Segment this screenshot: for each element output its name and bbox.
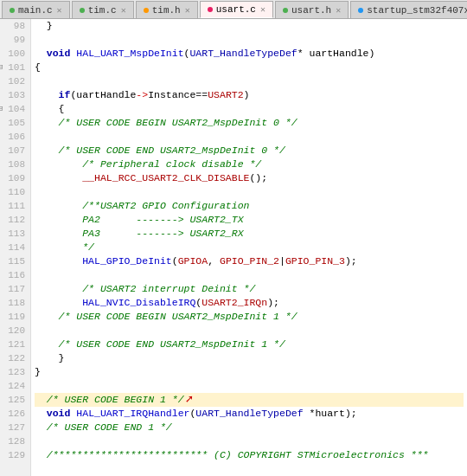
code-line-119: /* USER CODE BEGIN USART2_MspDeInit 1 */ — [35, 310, 464, 324]
code-content: } void HAL_UART_MspDeInit(UART_HandleTyp… — [31, 19, 467, 476]
tab-startup[interactable]: startup_stm32f407xx.s ✕ — [350, 1, 467, 18]
tab-usart-c[interactable]: usart.c ✕ — [200, 1, 273, 18]
code-line-114: */ — [35, 241, 464, 254]
ln-113: 113 — [5, 227, 25, 241]
tab-usart-h[interactable]: usart.h ✕ — [275, 1, 349, 18]
tab-dot-main-c — [10, 8, 15, 13]
code-line-107: /* USER CODE END USART2_MspDeInit 0 */ — [35, 144, 464, 158]
code-line-106 — [35, 130, 464, 144]
ln-107: 107 — [5, 144, 25, 158]
code-line-99 — [35, 33, 464, 47]
tab-label-usart-c: usart.c — [216, 4, 256, 15]
tab-close-usart-c[interactable]: ✕ — [260, 4, 265, 15]
ln-99: 99 — [5, 33, 25, 47]
tab-close-main-c[interactable]: ✕ — [57, 5, 62, 16]
tab-tim-c[interactable]: tim.c ✕ — [72, 1, 134, 18]
line-numbers: 98 99 100 ⊟101 102 103 ⊟104 105 106 107 … — [0, 19, 31, 476]
ln-114: 114 — [5, 241, 25, 254]
code-line-105: /* USER CODE BEGIN USART2_MspDeInit 0 */ — [35, 116, 464, 130]
tab-dot-usart-c — [208, 7, 213, 12]
code-line-113: PA3 -------> USART2_RX — [35, 227, 464, 241]
ln-100: 100 — [5, 47, 25, 61]
tab-dot-tim-h — [144, 8, 149, 13]
ln-111: 111 — [5, 199, 25, 213]
tab-close-tim-c[interactable]: ✕ — [121, 5, 126, 16]
code-line-108: /* Peripheral clock disable */ — [35, 158, 464, 171]
ln-117: 117 — [5, 282, 25, 296]
code-line-104: { — [35, 102, 464, 116]
code-line-126: void HAL_UART_IRQHandler(UART_HandleType… — [35, 407, 464, 421]
ln-118: 118 — [5, 296, 25, 310]
code-line-129: /************************** (C) COPYRIGH… — [35, 448, 464, 462]
code-line-118: HAL_NVIC_DisableIRQ(USART2_IRQn); — [35, 296, 464, 310]
ln-105: 105 — [5, 116, 25, 130]
tab-label-tim-h: tim.h — [152, 5, 181, 16]
ln-127: 127 — [5, 421, 25, 434]
code-line-127: /* USER CODE END 1 */ — [35, 421, 464, 434]
ln-101: ⊟101 — [5, 61, 25, 74]
tab-label-tim-c: tim.c — [88, 5, 117, 16]
code-line-115: HAL_GPIO_DeInit(GPIOA, GPIO_PIN_2|GPIO_P… — [35, 254, 464, 268]
tab-bar: main.c ✕ tim.c ✕ tim.h ✕ usart.c ✕ usart… — [0, 0, 467, 19]
code-line-103: if(uartHandle->Instance==USART2) — [35, 88, 464, 102]
ln-129: 129 — [5, 448, 25, 462]
code-line-110 — [35, 185, 464, 199]
code-line-125: /* USER CODE BEGIN 1 */ ➚ — [35, 393, 464, 407]
ln-112: 112 — [5, 213, 25, 227]
ln-122: 122 — [5, 351, 25, 365]
ln-123: 123 — [5, 365, 25, 379]
tab-close-usart-h[interactable]: ✕ — [336, 5, 341, 16]
code-line-124 — [35, 379, 464, 393]
ln-108: 108 — [5, 158, 25, 171]
ln-110: 110 — [5, 185, 25, 199]
ln-120: 120 — [5, 324, 25, 338]
ln-106: 106 — [5, 130, 25, 144]
ln-124: 124 — [5, 379, 25, 393]
code-line-109: __HAL_RCC_USART2_CLK_DISABLE(); — [35, 171, 464, 185]
tab-dot-usart-h — [283, 8, 288, 13]
code-line-116 — [35, 268, 464, 282]
code-line-123: } — [35, 365, 464, 379]
tab-label-usart-h: usart.h — [291, 5, 331, 16]
code-line-128 — [35, 434, 464, 448]
tab-close-tim-h[interactable]: ✕ — [185, 5, 190, 16]
code-line-112: PA2 -------> USART2_TX — [35, 213, 464, 227]
ln-119: 119 — [5, 310, 25, 324]
ln-115: 115 — [5, 254, 25, 268]
tab-label-startup: startup_stm32f407xx.s — [367, 5, 467, 16]
code-line-117: /* USART2 interrupt Deinit */ — [35, 282, 464, 296]
tab-dot-startup — [358, 8, 363, 13]
code-line-98: } — [35, 19, 464, 33]
code-line-121: /* USER CODE END USART2_MspDeInit 1 */ — [35, 338, 464, 351]
code-line-100: void HAL_UART_MspDeInit(UART_HandleTypeD… — [35, 47, 464, 61]
tab-dot-tim-c — [80, 8, 85, 13]
code-area: 98 99 100 ⊟101 102 103 ⊟104 105 106 107 … — [0, 19, 467, 476]
ln-128: 128 — [5, 434, 25, 448]
tab-label-main-c: main.c — [18, 5, 53, 16]
code-line-111: /**USART2 GPIO Configuration — [35, 199, 464, 213]
code-line-120 — [35, 324, 464, 338]
tab-tim-h[interactable]: tim.h ✕ — [136, 1, 198, 18]
ln-102: 102 — [5, 74, 25, 88]
code-line-122: } — [35, 351, 464, 365]
code-line-101: { — [35, 61, 464, 74]
ln-109: 109 — [5, 171, 25, 185]
tab-main-c[interactable]: main.c ✕ — [2, 1, 70, 18]
ln-121: 121 — [5, 338, 25, 351]
ln-116: 116 — [5, 268, 25, 282]
ln-103: 103 — [5, 88, 25, 102]
ln-98: 98 — [5, 19, 25, 33]
ln-126: 126 — [5, 407, 25, 421]
code-line-102 — [35, 74, 464, 88]
ln-104: ⊟104 — [5, 102, 25, 116]
ln-125: 125 — [5, 393, 25, 407]
